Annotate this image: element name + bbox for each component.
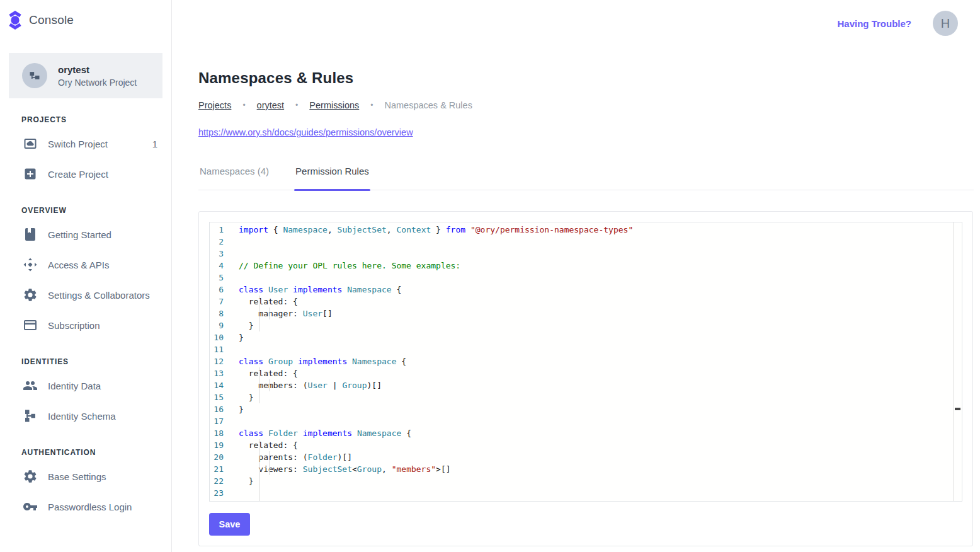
sidebar-item-base-settings[interactable]: Base Settings bbox=[0, 461, 171, 492]
code-line: 12class Group implements Namespace { bbox=[210, 355, 962, 367]
line-number: 10 bbox=[210, 331, 239, 343]
breadcrumb-separator: • bbox=[242, 101, 245, 110]
sidebar-item-switch-project[interactable]: Switch Project1 bbox=[0, 129, 171, 159]
brand-logo[interactable]: Console bbox=[0, 0, 171, 39]
breadcrumb: Projects•orytest•Permissions•Namespaces … bbox=[198, 100, 974, 110]
code-line: 3 bbox=[210, 248, 962, 260]
code-line: 24 permits = { bbox=[210, 499, 962, 502]
page-content: Namespaces & Rules Projects•orytest•Perm… bbox=[172, 47, 980, 546]
line-number: 14 bbox=[210, 379, 239, 391]
indent-guide bbox=[259, 451, 260, 463]
code-line: 18class Folder implements Namespace { bbox=[210, 427, 962, 439]
sidebar-nav: PROJECTSSwitch Project1Create ProjectOVE… bbox=[0, 115, 171, 522]
line-number: 15 bbox=[210, 391, 239, 403]
line-number: 22 bbox=[210, 475, 239, 487]
code-line: 16} bbox=[210, 403, 962, 415]
sidebar-item-label: Subscription bbox=[48, 320, 100, 331]
tab-permission-rules[interactable]: Permission Rules bbox=[294, 166, 370, 190]
code-line: 21 viewers: SubjectSet<Group, "members">… bbox=[210, 463, 962, 475]
sidebar-item-label: Identity Data bbox=[48, 381, 101, 391]
line-number: 23 bbox=[210, 487, 239, 499]
code-line: 9 } bbox=[210, 319, 962, 331]
having-trouble-link[interactable]: Having Trouble? bbox=[837, 18, 911, 29]
line-number: 19 bbox=[210, 439, 239, 451]
code-line: 10} bbox=[210, 331, 962, 343]
nav-section-identities: IDENTITIES bbox=[21, 357, 171, 366]
line-number: 21 bbox=[210, 463, 239, 475]
code-line: 6class User implements Namespace { bbox=[210, 284, 962, 296]
sidebar-item-label: Settings & Collaborators bbox=[48, 290, 150, 301]
line-number: 6 bbox=[210, 284, 239, 296]
line-number: 18 bbox=[210, 427, 239, 439]
indent-guide bbox=[269, 463, 270, 475]
breadcrumb-namespaces-rules: Namespaces & Rules bbox=[384, 100, 472, 110]
save-button[interactable]: Save bbox=[209, 513, 250, 536]
indent-guide bbox=[269, 451, 270, 463]
breadcrumb-projects[interactable]: Projects bbox=[198, 100, 231, 110]
sidebar-item-identity-schema[interactable]: Identity Schema bbox=[0, 401, 171, 431]
line-number: 17 bbox=[210, 415, 239, 427]
editor-overview-ruler[interactable] bbox=[953, 222, 962, 501]
sidebar-item-getting-started[interactable]: Getting Started bbox=[0, 219, 171, 250]
line-number: 4 bbox=[210, 260, 239, 272]
line-number: 12 bbox=[210, 355, 239, 367]
tab-namespaces-4[interactable]: Namespaces (4) bbox=[198, 166, 270, 190]
sidebar-item-settings-collaborators[interactable]: Settings & Collaborators bbox=[0, 280, 171, 310]
opl-code-editor[interactable]: 1import { Namespace, SubjectSet, Context… bbox=[209, 222, 962, 502]
breadcrumb-permissions[interactable]: Permissions bbox=[309, 100, 359, 110]
project-type: Ory Network Project bbox=[58, 78, 137, 88]
code-line: 7 related: { bbox=[210, 296, 962, 308]
indent-guide bbox=[259, 439, 260, 451]
code-line: 17 bbox=[210, 415, 962, 427]
sidebar-item-label: Getting Started bbox=[48, 229, 111, 240]
indent-guide bbox=[259, 308, 260, 319]
code-line: 13 related: { bbox=[210, 367, 962, 379]
code-line: 19 related: { bbox=[210, 439, 962, 451]
sidebar-item-label: Base Settings bbox=[48, 471, 106, 482]
subscription-icon bbox=[23, 318, 38, 333]
passwordless-login-icon bbox=[23, 499, 38, 514]
project-switcher-card[interactable]: orytest Ory Network Project bbox=[9, 53, 162, 98]
sidebar-item-label: Identity Schema bbox=[48, 411, 116, 422]
sidebar-item-label: Create Project bbox=[48, 169, 108, 180]
sidebar-item-subscription[interactable]: Subscription bbox=[0, 310, 171, 340]
docs-link[interactable]: https://www.ory.sh/docs/guides/permissio… bbox=[198, 127, 413, 137]
breadcrumb-separator: • bbox=[295, 101, 298, 110]
breadcrumb-separator: • bbox=[370, 101, 373, 110]
sidebar-item-passwordless-login[interactable]: Passwordless Login bbox=[0, 492, 171, 522]
code-line: 5 bbox=[210, 272, 962, 284]
sidebar-item-badge: 1 bbox=[152, 139, 157, 149]
sidebar-item-label: Switch Project bbox=[48, 139, 108, 149]
line-number: 2 bbox=[210, 236, 239, 248]
sidebar-item-access-apis[interactable]: Access & APIs bbox=[0, 250, 171, 280]
project-name: orytest bbox=[58, 64, 137, 75]
indent-guide bbox=[259, 487, 260, 499]
sidebar-item-create-project[interactable]: Create Project bbox=[0, 159, 171, 189]
code-line: 20 parents: (Folder)[] bbox=[210, 451, 962, 463]
breadcrumb-orytest[interactable]: orytest bbox=[257, 100, 285, 110]
settings-icon bbox=[23, 287, 38, 302]
code-line: 4// Define your OPL rules here. Some exa… bbox=[210, 260, 962, 272]
line-number: 3 bbox=[210, 248, 239, 260]
identity-data-icon bbox=[23, 378, 38, 393]
line-number: 13 bbox=[210, 367, 239, 379]
line-number: 11 bbox=[210, 343, 239, 355]
sidebar-item-identity-data[interactable]: Identity Data bbox=[0, 371, 171, 401]
brand-name: Console bbox=[29, 13, 74, 27]
access-apis-icon bbox=[23, 257, 38, 272]
line-number: 7 bbox=[210, 296, 239, 308]
code-line: 15 } bbox=[210, 391, 962, 403]
sidebar-item-label: Access & APIs bbox=[48, 260, 110, 270]
code-line: 11 bbox=[210, 343, 962, 355]
user-avatar[interactable]: H bbox=[933, 11, 958, 36]
code-line: 8 manager: User[] bbox=[210, 308, 962, 319]
indent-guide bbox=[259, 463, 260, 475]
page-title: Namespaces & Rules bbox=[198, 69, 974, 87]
base-settings-icon bbox=[23, 469, 38, 484]
indent-guide bbox=[269, 308, 270, 319]
nav-section-authentication: AUTHENTICATION bbox=[21, 448, 171, 457]
nav-section-overview: OVERVIEW bbox=[21, 206, 171, 215]
code-line: 23 bbox=[210, 487, 962, 499]
indent-guide bbox=[259, 391, 260, 403]
line-number: 20 bbox=[210, 451, 239, 463]
